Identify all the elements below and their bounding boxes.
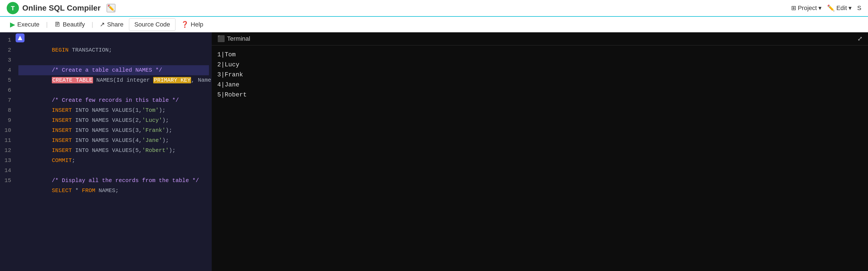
app-header: T Online SQL Compiler ✏️ ⊞ Project ▾ ✏️ … — [0, 0, 868, 17]
terminal-line-5: 5|Robert — [217, 90, 862, 100]
code-line-6: /* Create few records in this table */ — [19, 85, 209, 95]
terminal-expand-button[interactable]: ⤢ — [858, 35, 862, 42]
share-icon: ↗ — [100, 21, 105, 28]
terminal-line-1: 1|Tom — [217, 50, 862, 60]
separator-2: | — [91, 21, 94, 28]
app-title: Online SQL Compiler — [22, 4, 100, 12]
execute-play-icon: ▶ — [10, 21, 15, 28]
project-dropdown-icon: ▾ — [818, 4, 822, 12]
help-icon: ❓ — [181, 21, 189, 28]
terminal-line-2: 2|Lucy — [217, 60, 862, 70]
title-edit-button[interactable]: ✏️ — [107, 4, 115, 12]
main-layout: 1 2 3 4 5 6 7 8 9 10 11 12 13 14 15 BEGI… — [0, 32, 868, 271]
edit-pencil-icon: ✏️ — [827, 4, 835, 12]
code-editor[interactable]: 1 2 3 4 5 6 7 8 9 10 11 12 13 14 15 BEGI… — [0, 32, 212, 271]
terminal-body: 1|Tom 2|Lucy 3|Frank 4|Jane 5|Robert — [212, 46, 868, 115]
terminal-line-3: 3|Frank — [217, 70, 862, 80]
code-line-1: BEGIN TRANSACTION; — [19, 35, 209, 45]
share-button[interactable]: ↗ Share — [95, 19, 128, 30]
edit-button[interactable]: ✏️ Edit ▾ — [827, 4, 851, 12]
beautify-icon: 🖹 — [54, 21, 60, 28]
code-lines: BEGIN TRANSACTION; /* Create a table cal… — [16, 35, 212, 268]
terminal-line-4: 4|Jane — [217, 80, 862, 90]
terminal-title-area: ⬛ Terminal — [217, 35, 250, 42]
editor-pane[interactable]: 1 2 3 4 5 6 7 8 9 10 11 12 13 14 15 BEGI… — [0, 32, 212, 271]
terminal-label: Terminal — [227, 35, 250, 42]
terminal-line-6 — [217, 100, 862, 110]
terminal-header: ⬛ Terminal ⤢ — [212, 32, 868, 46]
project-grid-icon: ⊞ — [791, 4, 796, 12]
project-button[interactable]: ⊞ Project ▾ — [791, 4, 822, 12]
line-numbers: 1 2 3 4 5 6 7 8 9 10 11 12 13 14 15 — [0, 35, 16, 268]
edit-dropdown-icon: ▾ — [848, 4, 851, 12]
share-header-button[interactable]: S — [857, 4, 861, 12]
notification-bubble — [16, 33, 25, 42]
header-right: ⊞ Project ▾ ✏️ Edit ▾ S — [791, 4, 861, 12]
execute-button[interactable]: ▶ Execute — [6, 19, 44, 31]
terminal-icon: ⬛ — [217, 35, 225, 42]
terminal-pane: ⬛ Terminal ⤢ 1|Tom 2|Lucy 3|Frank 4|Jane… — [212, 32, 868, 271]
code-line-3: /* Create a table called NAMES */ — [19, 55, 209, 65]
svg-text:T: T — [11, 5, 15, 12]
logo-icon: T — [7, 2, 19, 14]
svg-marker-2 — [18, 36, 22, 40]
logo-area: T Online SQL Compiler ✏️ — [7, 2, 115, 14]
toolbar: ▶ Execute | 🖹 Beautify | ↗ Share Source … — [0, 17, 868, 32]
separator-1: | — [45, 21, 49, 28]
beautify-button[interactable]: 🖹 Beautify — [50, 19, 89, 30]
help-button[interactable]: ❓ Help — [177, 19, 208, 30]
source-code-button[interactable]: Source Code — [129, 19, 175, 31]
code-line-14: /* Display all the records from the tabl… — [19, 165, 209, 176]
